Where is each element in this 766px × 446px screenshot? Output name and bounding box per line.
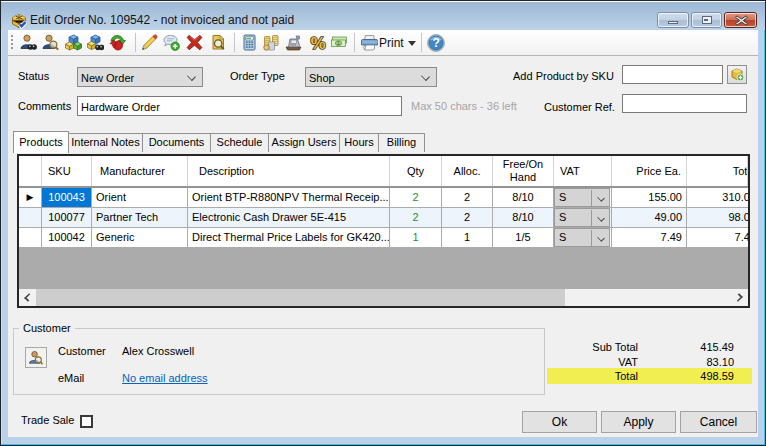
svg-text:?: ? <box>433 36 440 50</box>
svg-text:%: % <box>311 34 326 51</box>
svg-text:1: 1 <box>337 40 340 46</box>
